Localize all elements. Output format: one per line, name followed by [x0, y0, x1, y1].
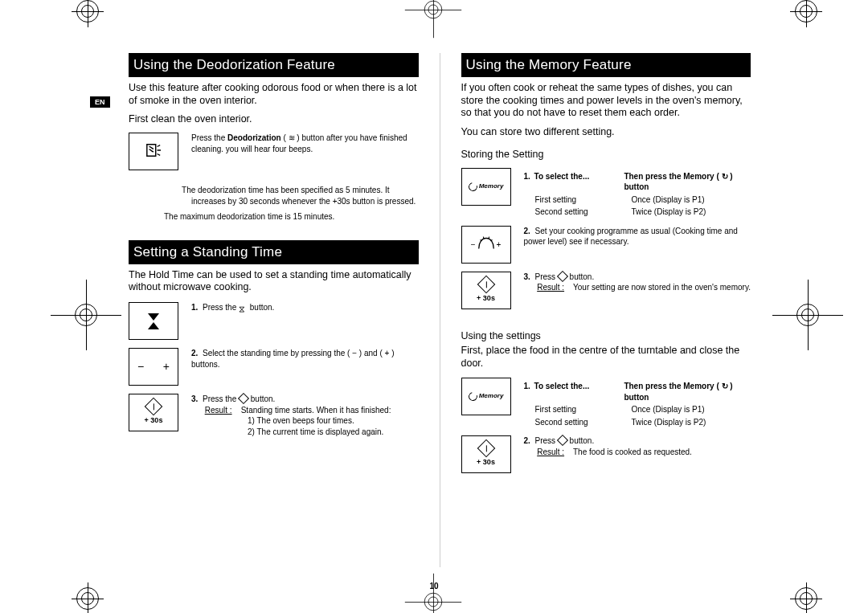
clock-button-icon — [129, 302, 178, 340]
right-column: Using the Memory Feature If you often co… — [461, 53, 751, 567]
left-column: Using the Deodorization Feature Use this… — [129, 53, 419, 567]
body-text: If you often cook or reheat the same typ… — [461, 82, 751, 120]
step-row: −+ 2.Select the standing time by pressin… — [129, 348, 419, 386]
step-row: + 30s 3.Press button. Result : Your sett… — [461, 272, 751, 309]
step-text: 1.To select the...Then press the Memory … — [524, 168, 751, 218]
section-title: Using the Deodorization Feature — [129, 54, 419, 77]
step-row: Memory 1.To select the...Then press the … — [461, 168, 751, 218]
crop-mark-icon — [75, 304, 97, 326]
section-title: Using the Memory Feature — [461, 54, 751, 77]
body-text: You can store two different setting. — [461, 126, 751, 137]
language-badge: EN — [90, 96, 110, 108]
step-row: Memory 1.To select the...Then press the … — [461, 378, 751, 427]
step-row: − + 2.Set your cooking programme as usua… — [461, 226, 751, 264]
start-icon — [557, 435, 568, 446]
body-text: First, place the food in the centre of t… — [461, 345, 751, 370]
memory-button-icon: Memory — [461, 378, 511, 415]
step-row: 1.Press the button. — [129, 302, 419, 340]
body-text: First clean the oven interior. — [129, 113, 419, 125]
crop-mark-icon — [76, 587, 99, 610]
crop-mark-icon — [795, 0, 817, 22]
plus-minus-microwave-icon: − + — [461, 226, 511, 264]
step-row: + 30s 2.Press button. Result : The food … — [461, 435, 751, 473]
step-text: 1.Press the button. — [191, 302, 419, 340]
sub-heading: Using the settings — [461, 330, 751, 341]
crop-mark-icon — [424, 593, 442, 611]
memory-button-icon: Memory — [461, 168, 511, 206]
step-text: Press the Deodorization ( ≋ ) button aft… — [191, 133, 419, 170]
crop-mark-icon — [796, 304, 819, 326]
body-text: The maximum deodorization time is 15 min… — [129, 211, 419, 223]
hourglass-icon — [239, 303, 248, 312]
start-icon — [557, 271, 568, 282]
step-text: 3.Press the button. Result : Standing ti… — [191, 394, 419, 437]
step-text: 1.To select the...Then press the Memory … — [524, 378, 751, 427]
section-title: Setting a Standing Time — [129, 241, 419, 264]
deodorization-button-icon — [129, 133, 178, 170]
start-icon — [238, 393, 249, 404]
step-text: 3.Press button. Result : Your setting ar… — [524, 272, 751, 309]
plus-minus-button-icon: −+ — [129, 348, 178, 386]
start-button-icon: + 30s — [129, 394, 178, 431]
crop-mark-icon — [795, 587, 817, 610]
step-text: 2.Set your cooking programme as usual (C… — [524, 226, 751, 264]
column-separator — [440, 53, 440, 567]
crop-mark-icon — [424, 1, 442, 18]
body-text: Use this feature after cooking odorous f… — [129, 82, 419, 107]
page-number: 10 — [429, 582, 438, 591]
page-content: Using the Deodorization Feature Use this… — [129, 53, 751, 567]
step-row: Press the Deodorization ( ≋ ) button aft… — [129, 133, 419, 170]
start-button-icon: + 30s — [461, 272, 511, 309]
body-text: The Hold Time can be used to set a stand… — [129, 269, 419, 294]
sub-heading: Storing the Setting — [461, 149, 751, 160]
step-row: + 30s 3.Press the button. Result : Stand… — [129, 394, 419, 437]
start-button-icon: + 30s — [461, 435, 511, 473]
body-text: The deodorization time has been specifie… — [129, 185, 419, 206]
step-text: 2.Press button. Result : The food is coo… — [524, 435, 751, 473]
step-text: 2.Select the standing time by pressing t… — [191, 348, 419, 386]
crop-mark-icon — [76, 0, 99, 22]
